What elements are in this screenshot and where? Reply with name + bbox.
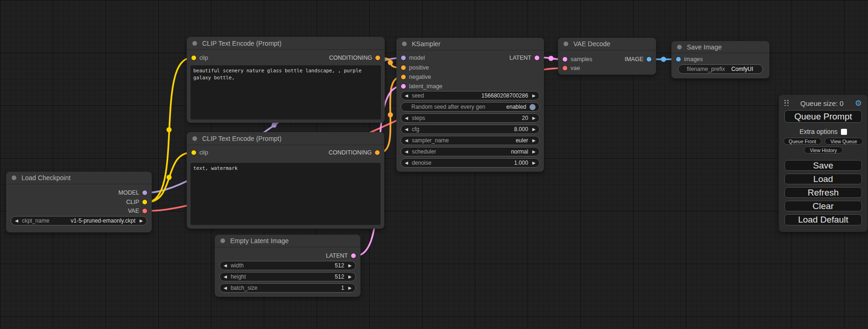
slot-label-model: model — [409, 55, 425, 61]
extra-options-checkbox[interactable] — [841, 129, 847, 135]
model-input-slot[interactable] — [401, 56, 406, 60]
node-title: CLIP Text Encode (Prompt) — [202, 135, 282, 142]
seed-widget[interactable]: ◀ seed 156680208700286 ▶ — [401, 91, 540, 100]
ckpt-name-widget[interactable]: ◀ ckpt_name v1-5-pruned-emaonly.ckpt ▶ — [11, 216, 147, 225]
collapse-dot-icon[interactable] — [192, 41, 197, 46]
collapse-dot-icon[interactable] — [12, 175, 16, 180]
collapse-dot-icon[interactable] — [564, 42, 568, 46]
view-history-button[interactable]: View History — [804, 147, 843, 154]
conditioning-output-slot[interactable] — [375, 56, 380, 60]
queue-prompt-button[interactable]: Queue Prompt — [784, 110, 862, 123]
stepper-left-icon[interactable]: ◀ — [405, 127, 408, 132]
random-seed-toggle-widget[interactable]: Random seed after every gen enabled — [401, 102, 540, 112]
stepper-right-icon[interactable]: ▶ — [532, 94, 536, 98]
node-vae-decode[interactable]: VAE Decode samples IMAGE vae — [558, 38, 656, 75]
height-widget[interactable]: ◀ height 512 ▶ — [219, 272, 356, 281]
slot-label-conditioning: CONDITIONING — [329, 55, 372, 61]
node-clip-negative-header[interactable]: CLIP Text Encode (Prompt) — [187, 132, 384, 145]
node-clip-positive-header[interactable]: CLIP Text Encode (Prompt) — [187, 37, 385, 50]
queue-front-button[interactable]: Queue Front — [783, 138, 821, 145]
batch-size-widget[interactable]: ◀ batch_size 1 ▶ — [219, 283, 356, 293]
stepper-right-icon[interactable]: ▶ — [348, 264, 352, 268]
stepper-left-icon[interactable]: ◀ — [405, 139, 408, 143]
conditioning-output-slot[interactable] — [375, 150, 380, 155]
slot-label-latent-image: latent_image — [409, 83, 443, 90]
slot-label-model: MODEL — [119, 189, 139, 196]
node-ksampler[interactable]: KSampler model LATENT positive negative … — [396, 38, 544, 172]
latent-output-slot[interactable] — [351, 253, 356, 258]
slot-label-latent: LATENT — [509, 55, 531, 61]
latent-output-slot[interactable] — [535, 56, 539, 60]
stepper-left-icon[interactable]: ◀ — [405, 161, 408, 165]
refresh-button[interactable]: Refresh — [784, 187, 862, 198]
stepper-right-icon[interactable]: ▶ — [532, 139, 536, 143]
stepper-right-icon[interactable]: ▶ — [532, 116, 536, 120]
node-title: Empty Latent Image — [230, 237, 289, 245]
stepper-left-icon[interactable]: ◀ — [15, 219, 18, 223]
vae-input-slot[interactable] — [563, 66, 567, 70]
stepper-right-icon[interactable]: ▶ — [348, 286, 352, 290]
clear-button[interactable]: Clear — [784, 201, 862, 211]
slot-label-images: images — [684, 56, 703, 63]
stepper-right-icon[interactable]: ▶ — [532, 127, 536, 132]
stepper-left-icon[interactable]: ◀ — [224, 275, 227, 279]
image-output-slot[interactable] — [647, 57, 651, 62]
comfyui-canvas[interactable]: { "colors": { "model": "#B39DDB", "clip"… — [0, 0, 868, 329]
slot-label-vae: vae — [571, 65, 580, 71]
node-clip-text-encode-positive[interactable]: CLIP Text Encode (Prompt) clip CONDITION… — [187, 37, 385, 123]
gear-icon[interactable]: ⚙ — [855, 99, 862, 107]
filename-prefix-widget[interactable]: filename_prefix ComfyUI — [678, 64, 763, 74]
clip-input-slot[interactable] — [191, 150, 196, 155]
slot-label-image: IMAGE — [625, 56, 643, 63]
save-button[interactable]: Save — [784, 160, 862, 171]
collapse-dot-icon[interactable] — [220, 238, 225, 243]
latent-image-input-slot[interactable] — [401, 84, 406, 89]
node-ksampler-header[interactable]: KSampler — [396, 38, 544, 50]
width-widget[interactable]: ◀ width 512 ▶ — [219, 261, 356, 270]
node-vae-decode-header[interactable]: VAE Decode — [558, 38, 656, 50]
node-title: VAE Decode — [573, 40, 610, 48]
node-load-checkpoint-header[interactable]: Load Checkpoint — [6, 172, 152, 184]
negative-prompt-textarea[interactable]: text, watermark — [191, 163, 381, 225]
cfg-widget[interactable]: ◀ cfg 8.000 ▶ — [401, 125, 540, 134]
stepper-right-icon[interactable]: ▶ — [532, 161, 536, 165]
load-button[interactable]: Load — [784, 174, 862, 184]
negative-input-slot[interactable] — [401, 75, 406, 79]
clip-input-slot[interactable] — [191, 56, 196, 60]
stepper-right-icon[interactable]: ▶ — [348, 275, 352, 279]
node-empty-latent-header[interactable]: Empty Latent Image — [215, 235, 360, 247]
stepper-right-icon[interactable]: ▶ — [140, 219, 143, 223]
node-clip-text-encode-negative[interactable]: CLIP Text Encode (Prompt) clip CONDITION… — [187, 132, 384, 229]
toggle-on-icon[interactable] — [529, 104, 536, 110]
stepper-left-icon[interactable]: ◀ — [224, 264, 227, 268]
stepper-left-icon[interactable]: ◀ — [405, 94, 408, 98]
stepper-left-icon[interactable]: ◀ — [405, 116, 408, 120]
collapse-dot-icon[interactable] — [677, 45, 682, 49]
node-save-image[interactable]: Save Image images filename_prefix ComfyU… — [671, 41, 769, 78]
stepper-left-icon[interactable]: ◀ — [224, 286, 227, 290]
node-load-checkpoint[interactable]: Load Checkpoint MODEL CLIP VAE ◀ ckpt_na… — [6, 172, 152, 232]
extra-options-label: Extra options — [799, 128, 838, 135]
stepper-left-icon[interactable]: ◀ — [405, 150, 408, 154]
scheduler-widget[interactable]: ◀ scheduler normal ▶ — [401, 147, 540, 156]
steps-widget[interactable]: ◀ steps 20 ▶ — [401, 113, 540, 123]
drag-handle-icon[interactable] — [784, 100, 789, 106]
view-queue-button[interactable]: View Queue — [825, 138, 863, 145]
images-input-slot[interactable] — [676, 57, 681, 62]
denoise-widget[interactable]: ◀ denoise 1.000 ▶ — [401, 158, 540, 168]
positive-prompt-textarea[interactable]: beautiful scenery nature glass bottle la… — [191, 65, 381, 119]
node-save-image-header[interactable]: Save Image — [671, 41, 769, 53]
stepper-right-icon[interactable]: ▶ — [532, 150, 536, 154]
vae-output-slot[interactable] — [142, 209, 147, 213]
node-empty-latent-image[interactable]: Empty Latent Image LATENT ◀ width 512 ▶ … — [215, 235, 360, 297]
slot-label-positive: positive — [409, 64, 429, 71]
load-default-button[interactable]: Load Default — [784, 214, 862, 225]
sampler-name-widget[interactable]: ◀ sampler_name euler ▶ — [401, 136, 540, 145]
clip-output-slot[interactable] — [142, 200, 147, 204]
model-output-slot[interactable] — [142, 190, 147, 195]
collapse-dot-icon[interactable] — [192, 136, 197, 141]
collapse-dot-icon[interactable] — [402, 42, 407, 46]
samples-input-slot[interactable] — [563, 57, 567, 62]
slot-label-clip: clip — [199, 55, 208, 61]
positive-input-slot[interactable] — [401, 65, 406, 70]
